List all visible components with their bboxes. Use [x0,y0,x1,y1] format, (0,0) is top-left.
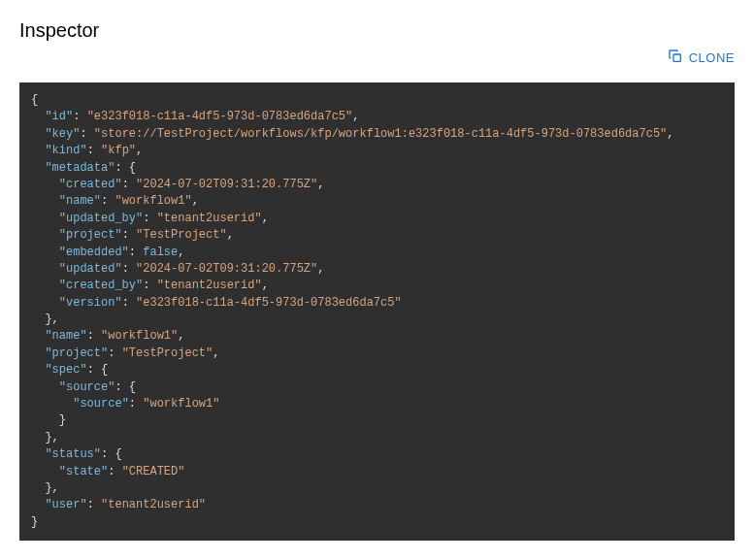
clone-button-label: CLONE [689,50,735,65]
svg-rect-0 [673,54,680,61]
json-code-block: { "id": "e323f018-c11a-4df5-973d-0783ed6… [19,82,735,541]
page-title: Inspector [19,19,99,42]
clone-button[interactable]: CLONE [668,49,735,67]
inspector-header: Inspector CLONE [19,19,735,67]
copy-icon [668,49,683,67]
